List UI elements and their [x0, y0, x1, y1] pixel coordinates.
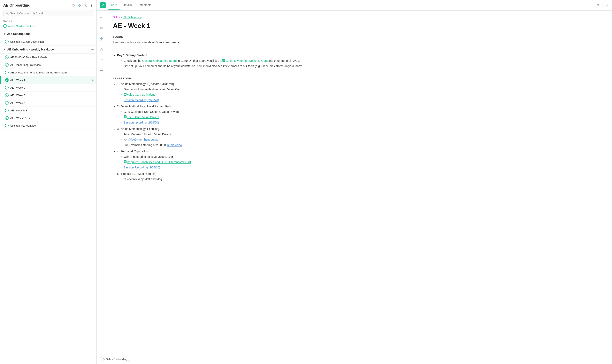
list-item: GThe 5 Guru Value Drivers: [120, 115, 604, 119]
day1-list: Day 1 Getting Started! Check out the Gen…: [113, 53, 604, 68]
tab-card[interactable]: Card: [109, 0, 120, 10]
item-2-label: 2 - Value Methodology [Halid/Richard/Rob…: [117, 105, 171, 108]
plus-circle-icon: +: [3, 24, 7, 28]
card-title: AE - Week 1: [113, 22, 604, 29]
section-more-icon[interactable]: ···: [91, 48, 94, 51]
copy-icon[interactable]: ⧉: [98, 25, 105, 31]
item-1-label: 1 - Value Methodology 1 [Richard/Halid/R…: [117, 82, 174, 86]
item-4-label: 4 - Required Capabilities: [117, 150, 149, 153]
section-job-descriptions[interactable]: ▼ Job Descriptions ···: [0, 30, 96, 38]
check-icon: ✓: [5, 93, 9, 97]
day1-sub1-pre: Check out the: [124, 59, 142, 62]
five-guru-value-drivers-link[interactable]: The 5 Guru Value Drivers: [127, 116, 159, 119]
item-4-subitems: What's needed to achieve Value Driver GR…: [117, 155, 604, 170]
bottom-bar: ◇ Sales Onboarding: [96, 354, 612, 364]
session-recording-2-link[interactable]: Session recording (2/26/20): [124, 121, 159, 124]
value-driver-handout-link[interactable]: ValueDriver_handout.pdf: [128, 138, 159, 141]
main-panel: ✓ Card Details Comments ⚙ ⤢ ✏ ⧉ 🔗 ◎ ♡ ••…: [96, 0, 612, 364]
required-capabilities-link[interactable]: Required Capabilities and Guru Different…: [127, 160, 191, 164]
value-card-definitions-link[interactable]: Value Card Definitions: [127, 93, 155, 96]
breadcrumb-current[interactable]: AE Onboarding: [123, 16, 142, 19]
list-item[interactable]: ✓ AE - Week 2: [0, 84, 96, 91]
sub-3-1-text: Time Magazine for all 5 Value Drivers: [124, 132, 171, 136]
link-copy-icon[interactable]: 🔗: [98, 35, 105, 42]
check-icon: ✓: [5, 101, 9, 105]
item-2-subitems: Guru Customer Use Cases & Value Drivers …: [117, 110, 604, 125]
item-5-label: 5 - Product 101 [Matt Romans]: [117, 172, 156, 175]
sub-4-1-text: What's needed to achieve Value Driver: [124, 155, 173, 158]
divider-2: [113, 73, 604, 73]
chevron-down-icon: ▼: [3, 33, 6, 35]
cards-label: CARDS: [0, 18, 96, 23]
breadcrumb-parent[interactable]: Sales: [113, 16, 120, 19]
svg-text:G: G: [124, 116, 126, 118]
tab-details[interactable]: Details: [120, 0, 134, 10]
item-5-subitems: CS overview by Matt and Meg: [117, 177, 604, 181]
check-icon-active: ✓: [5, 78, 9, 82]
focus-text: Learn as much as you can about Guru's cu…: [113, 40, 604, 45]
card-item-label: AE - Week 2: [10, 86, 94, 89]
card-item-label: AE Onboarding: Overview: [10, 63, 94, 66]
heart-icon[interactable]: ♡: [98, 57, 105, 63]
list-item[interactable]: ✓ Scalable AE Workflow: [0, 122, 96, 130]
more-actions-icon[interactable]: •••: [98, 67, 105, 74]
list-item: Session Recording (2/28/20): [120, 165, 604, 170]
search-bar-container: 🔍: [3, 10, 93, 16]
expand-icon[interactable]: ⤢: [606, 3, 609, 7]
session-recording-3-link[interactable]: Session Recording (2/28/20): [124, 166, 160, 169]
card-item-label: AE - Week 3: [10, 94, 94, 97]
list-item[interactable]: ✓ AE - Week 4: [0, 99, 96, 107]
card-item-label: AE Onboarding: Who to meet on the Guru t…: [10, 71, 94, 74]
list-item: 📎ValueDriver_handout.pdf: [120, 137, 604, 142]
check-icon: ✓: [5, 109, 9, 112]
list-item: Day 1 Getting Started! Check out the Gen…: [117, 53, 604, 68]
list-item: Guru Customer Use Cases & Value Drivers: [120, 110, 604, 114]
chevron-down-icon: ▼: [3, 48, 6, 51]
list-item[interactable]: ✓ AE Onboarding: Who to meet on the Guru…: [0, 69, 96, 76]
list-item-active[interactable]: ✓ AE - Week 1 ▶: [0, 76, 96, 84]
add-card-label: Add a Card or Section: [8, 25, 35, 28]
list-item[interactable]: ✓ AE - week 5-8: [0, 107, 96, 114]
settings-icon[interactable]: ⚙: [596, 3, 599, 7]
list-item: 1 - Value Methodology 1 [Richard/Halid/R…: [117, 82, 604, 103]
check-icon: ✓: [5, 124, 9, 127]
general-onboarding-board-link[interactable]: General Onboarding Board: [142, 59, 177, 62]
session-recording-1-link[interactable]: Session recording (2/25/20): [124, 99, 159, 102]
tab-comments[interactable]: Comments: [135, 0, 154, 10]
list-item: Session recording (2/26/20): [120, 120, 604, 125]
list-item[interactable]: ✓ AE - Weeks 9-12: [0, 114, 96, 122]
search-icon: 🔍: [5, 12, 9, 15]
list-item: GValue Card Definitions: [120, 92, 604, 97]
item-1-subitems: Overview of the methodology and Value Ca…: [117, 87, 604, 102]
edit-icon[interactable]: ✏: [98, 14, 105, 21]
day1-label: Day 1 Getting Started!: [117, 53, 147, 57]
sidebar-header: AE Onboarding ♡ 🔗 ⓘ ⋮: [0, 0, 96, 9]
search-input[interactable]: [3, 10, 93, 16]
section-ae-onboarding-weekly[interactable]: ▼ AE Onboarding - weekly breakdown ···: [0, 46, 96, 53]
ai-icon[interactable]: ◎: [98, 46, 105, 52]
link-icon[interactable]: 🔗: [77, 3, 82, 7]
day1-sub1-post: and other general FAQs.: [268, 59, 300, 62]
list-item[interactable]: ✓ AE Onboarding: Overview: [0, 61, 96, 69]
card-item-label: Scalable AE Workflow: [10, 124, 94, 127]
list-item[interactable]: ✓ Scalable AE Job Description: [0, 38, 96, 46]
in-this-video-link[interactable]: in this video: [166, 143, 182, 147]
add-card-button[interactable]: + Add a Card or Section: [0, 23, 96, 30]
list-item[interactable]: ✓ AE 30-60-90 Day Plan & Goals: [0, 53, 96, 61]
sales-onboarding-tag[interactable]: ◇ Sales Onboarding: [100, 356, 130, 362]
tag-label: Sales Onboarding: [106, 358, 127, 361]
chevron-right-icon: ▶: [92, 79, 94, 81]
guide-first-weeks-link[interactable]: Guide to your first weeks at Guru: [226, 59, 268, 62]
section-more-icon[interactable]: ···: [91, 32, 94, 36]
svg-text:G: G: [223, 60, 224, 62]
check-icon: ✓: [5, 116, 9, 120]
check-icon: ✓: [5, 40, 9, 43]
info-icon[interactable]: ⓘ: [84, 3, 87, 8]
favorite-icon[interactable]: ♡: [72, 3, 75, 7]
list-item[interactable]: ✓ AE - Week 3: [0, 91, 96, 99]
list-item: CS overview by Matt and Meg: [120, 177, 604, 181]
sub-2-1-text: Guru Customer Use Cases & Value Drivers: [124, 110, 179, 114]
focus-text-after: .: [179, 41, 180, 44]
more-icon[interactable]: ⋮: [90, 3, 93, 7]
guru-card-icon: G: [124, 160, 126, 163]
